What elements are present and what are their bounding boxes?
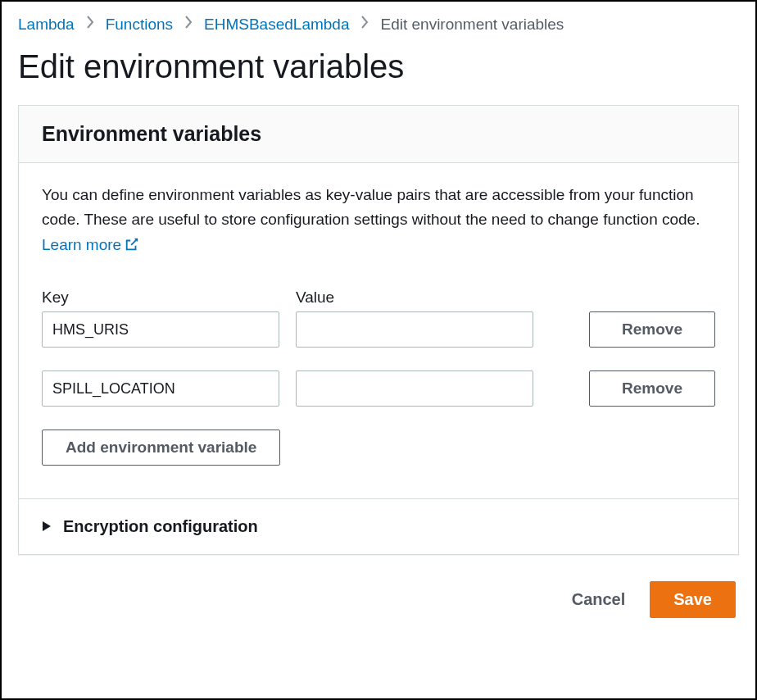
- remove-button[interactable]: Remove: [589, 311, 715, 348]
- env-value-input[interactable]: [296, 370, 533, 407]
- remove-button[interactable]: Remove: [589, 370, 715, 407]
- footer-actions: Cancel Save: [18, 571, 739, 618]
- breadcrumb-current: Edit environment variables: [380, 16, 564, 34]
- env-variable-row: Remove: [42, 311, 715, 348]
- env-variables-panel: Environment variables You can define env…: [18, 105, 739, 555]
- breadcrumb-link-lambda[interactable]: Lambda: [18, 16, 75, 34]
- save-button[interactable]: Save: [650, 581, 736, 618]
- env-variables-grid: Key Value Remove Remove Add environment …: [42, 289, 715, 498]
- panel-body: You can define environment variables as …: [19, 163, 738, 498]
- cancel-button[interactable]: Cancel: [562, 584, 636, 616]
- chevron-right-icon: [184, 15, 193, 34]
- breadcrumb: Lambda Functions EHMSBasedLambda Edit en…: [18, 15, 739, 34]
- encryption-heading: Encryption configuration: [63, 517, 258, 536]
- panel-header: Environment variables: [19, 106, 738, 163]
- breadcrumb-link-function-name[interactable]: EHMSBasedLambda: [204, 16, 349, 34]
- panel-description-text: You can define environment variables as …: [42, 186, 700, 228]
- add-environment-variable-button[interactable]: Add environment variable: [42, 430, 280, 466]
- learn-more-link[interactable]: Learn more: [42, 236, 139, 253]
- panel-heading: Environment variables: [42, 122, 715, 146]
- env-value-input[interactable]: [296, 311, 533, 348]
- env-key-input[interactable]: [42, 311, 279, 348]
- external-link-icon: [125, 234, 139, 259]
- encryption-configuration-expander[interactable]: Encryption configuration: [19, 498, 738, 554]
- panel-description: You can define environment variables as …: [42, 183, 715, 259]
- env-key-input[interactable]: [42, 370, 279, 407]
- page-title: Edit environment variables: [18, 48, 739, 85]
- env-variable-row: Remove: [42, 370, 715, 407]
- env-column-labels: Key Value: [42, 289, 715, 307]
- chevron-right-icon: [86, 15, 94, 34]
- chevron-right-icon: [360, 15, 369, 34]
- triangle-right-icon: [42, 517, 52, 536]
- key-column-label: Key: [42, 289, 279, 307]
- learn-more-label: Learn more: [42, 236, 121, 253]
- value-column-label: Value: [296, 289, 533, 307]
- breadcrumb-link-functions[interactable]: Functions: [106, 16, 173, 34]
- svg-marker-0: [43, 521, 51, 531]
